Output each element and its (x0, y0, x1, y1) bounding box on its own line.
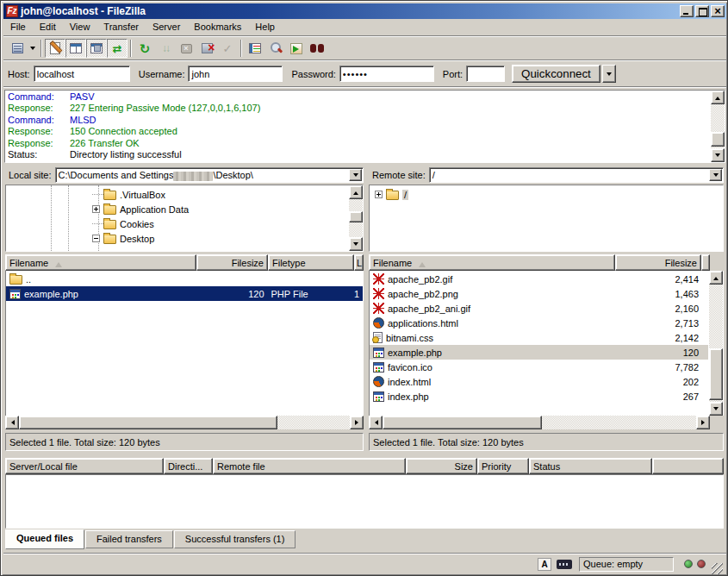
toggle-message-log-icon[interactable] (45, 39, 65, 58)
local-site-dropdown-icon[interactable] (349, 169, 362, 181)
refresh-icon[interactable]: ↻ (134, 39, 155, 58)
column-header-direction[interactable]: Directi... (164, 458, 213, 474)
scroll-up-icon[interactable] (349, 185, 363, 199)
directory-filters-icon[interactable] (245, 39, 265, 58)
table-row[interactable]: index.php 267 (370, 389, 708, 404)
filename: apache_pb2_ani.gif (388, 304, 470, 314)
speed-limit-icon[interactable] (557, 560, 572, 569)
process-queue-icon[interactable]: ↓↓ (155, 39, 176, 58)
menu-view[interactable]: View (63, 20, 97, 34)
table-row-updir[interactable]: .. (6, 272, 363, 286)
local-tree-scrollbar[interactable] (349, 185, 363, 251)
table-row[interactable]: apache_pb2.png 1,463 (370, 286, 708, 301)
directory-comparison-icon[interactable] (265, 39, 286, 58)
scroll-down-icon[interactable] (711, 148, 725, 162)
menu-edit[interactable]: Edit (33, 20, 63, 34)
tree-item-virtualbox[interactable]: .VirtualBox (92, 187, 165, 202)
tree-item-desktop[interactable]: Desktop (92, 231, 154, 246)
username-input[interactable] (188, 66, 283, 82)
scroll-thumb[interactable] (711, 132, 725, 147)
tab-queued-files[interactable]: Queued files (5, 529, 84, 549)
column-header-priority[interactable]: Priority (477, 458, 529, 474)
remote-site-combo[interactable]: / (429, 167, 724, 183)
menu-bookmarks[interactable]: Bookmarks (187, 20, 248, 34)
table-row[interactable]: apache_pb2_ani.gif 2,160 (370, 301, 708, 316)
scroll-right-icon[interactable] (350, 416, 364, 429)
disconnect-icon[interactable] (196, 39, 217, 58)
reconnect-icon[interactable]: ✓ (217, 39, 238, 58)
site-manager-icon[interactable] (7, 39, 28, 58)
scroll-thumb[interactable] (383, 416, 542, 429)
expand-icon[interactable] (92, 205, 100, 213)
scroll-down-icon[interactable] (709, 402, 723, 416)
column-header-status[interactable]: Status (529, 458, 652, 474)
host-input[interactable] (34, 66, 130, 82)
quickconnect-dropdown-icon[interactable] (602, 65, 616, 83)
scroll-up-icon[interactable] (711, 91, 725, 104)
find-files-icon[interactable] (307, 39, 327, 58)
column-header-remote-file[interactable]: Remote file (213, 458, 406, 474)
scroll-right-icon[interactable] (696, 416, 710, 429)
close-button[interactable] (711, 5, 725, 17)
column-header-filesize[interactable]: Filesize (196, 254, 268, 271)
password-input[interactable] (339, 66, 434, 82)
table-row[interactable]: bitnami.css 2,142 (370, 330, 708, 345)
tab-failed-transfers[interactable]: Failed transfers (85, 530, 173, 548)
synchronized-browsing-icon[interactable] (286, 39, 307, 58)
table-row[interactable]: index.html 202 (370, 374, 708, 389)
site-manager-dropdown-icon[interactable] (28, 39, 38, 58)
divider (3, 86, 726, 88)
title-bar[interactable]: Fz john@localhost - FileZilla (3, 3, 726, 19)
local-list-hscrollbar[interactable] (5, 416, 364, 429)
column-header-filesize[interactable]: Filesize (615, 254, 701, 271)
table-row[interactable]: applications.html 2,713 (370, 316, 708, 330)
menu-server[interactable]: Server (146, 20, 187, 34)
scroll-down-icon[interactable] (349, 237, 363, 251)
column-header-lastmodified[interactable]: L (354, 254, 364, 271)
scroll-left-icon[interactable] (369, 416, 383, 429)
menu-transfer[interactable]: Transfer (96, 20, 146, 34)
scroll-left-icon[interactable] (5, 416, 19, 429)
transfer-type-icon[interactable]: A (538, 558, 551, 571)
cancel-operation-icon[interactable]: × (176, 39, 196, 58)
column-header-filename[interactable]: Filename (5, 254, 196, 271)
local-site-combo[interactable]: C:\Documents and Settings\Desktop\ (55, 167, 364, 183)
remote-list-hscrollbar[interactable] (369, 416, 710, 429)
css-file-icon (373, 332, 383, 343)
remote-list-scrollbar[interactable] (709, 271, 723, 416)
tree-item-application-data[interactable]: Application Data (92, 202, 189, 216)
table-row-example-php[interactable]: example.php 120 PHP File 1 (6, 286, 363, 301)
scroll-thumb[interactable] (709, 348, 723, 400)
port-input[interactable] (466, 66, 505, 82)
sort-ascending-icon (55, 259, 62, 267)
collapse-icon[interactable] (92, 235, 100, 242)
column-header-size[interactable]: Size (406, 458, 477, 474)
maximize-button[interactable] (695, 5, 709, 17)
scroll-thumb[interactable] (349, 211, 363, 222)
resize-grip[interactable] (712, 563, 723, 574)
toggle-local-tree-icon[interactable] (65, 39, 86, 58)
tab-successful-transfers[interactable]: Successful transfers (1) (174, 530, 296, 548)
table-row[interactable]: apache_pb2.gif 2,414 (370, 272, 708, 286)
remote-site-dropdown-icon[interactable] (709, 169, 722, 181)
quickconnect-button[interactable]: Quickconnect (512, 65, 600, 83)
log-scrollbar[interactable] (711, 91, 725, 162)
table-row-selected[interactable]: example.php 120 (370, 345, 708, 360)
column-header-filename[interactable]: Filename (369, 254, 615, 271)
expand-icon[interactable] (375, 191, 383, 198)
scroll-up-icon[interactable] (709, 271, 723, 285)
menu-file[interactable]: File (3, 20, 33, 34)
open-folder-icon (386, 191, 399, 200)
menu-help[interactable]: Help (248, 20, 282, 34)
username-label: Username: (139, 69, 185, 79)
toggle-remote-tree-icon[interactable] (86, 39, 107, 58)
tree-item-root[interactable]: / (375, 187, 408, 202)
toggle-transfer-queue-icon[interactable]: ⇄ (107, 39, 128, 58)
column-header-server-local-file[interactable]: Server/Local file (5, 458, 164, 474)
column-header-filetype[interactable]: Filetype (268, 254, 354, 271)
table-row[interactable]: favicon.ico 7,782 (370, 360, 708, 374)
scroll-thumb[interactable] (19, 416, 277, 429)
queue-body[interactable] (5, 474, 724, 529)
minimize-button[interactable] (680, 5, 694, 17)
tree-item-cookies[interactable]: Cookies (92, 216, 154, 231)
